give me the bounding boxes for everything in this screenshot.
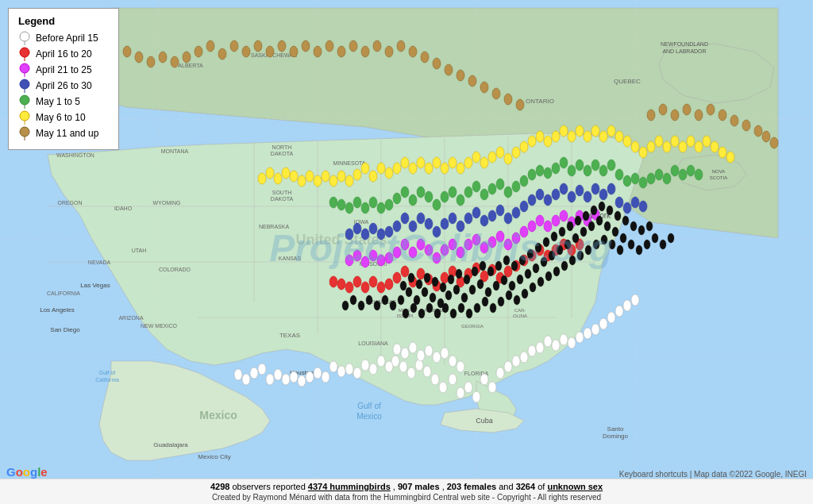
svg-point-384 — [754, 125, 762, 137]
svg-point-342 — [206, 40, 214, 52]
svg-point-80 — [431, 374, 439, 385]
svg-text:NEVADA: NEVADA — [88, 260, 111, 265]
svg-point-456 — [615, 211, 621, 221]
svg-point-474 — [506, 290, 512, 300]
svg-point-433 — [432, 277, 438, 287]
svg-point-178 — [504, 239, 512, 250]
svg-point-76 — [449, 374, 457, 385]
svg-point-497 — [20, 95, 29, 105]
svg-point-445 — [527, 249, 534, 259]
svg-point-387 — [398, 295, 404, 305]
svg-point-453 — [591, 206, 597, 215]
svg-point-154 — [337, 279, 345, 290]
svg-text:IDAHO: IDAHO — [114, 206, 133, 211]
svg-point-413 — [604, 221, 611, 231]
svg-point-485 — [593, 240, 599, 249]
svg-point-230 — [615, 197, 623, 208]
svg-text:Santo: Santo — [607, 425, 624, 433]
svg-text:NOVA: NOVA — [712, 169, 726, 174]
svg-point-282 — [361, 163, 369, 174]
svg-point-310 — [584, 131, 591, 142]
svg-point-167 — [417, 239, 425, 250]
stats-line: 4298 observers reported 4374 hummingbird… — [6, 481, 807, 492]
svg-point-469 — [466, 309, 472, 318]
svg-point-227 — [591, 183, 599, 194]
svg-point-198 — [409, 221, 417, 232]
svg-point-97 — [528, 345, 536, 356]
svg-point-183 — [361, 256, 369, 267]
svg-point-351 — [314, 46, 322, 57]
svg-text:KANSAS: KANSAS — [279, 256, 302, 261]
svg-point-417 — [636, 245, 642, 255]
svg-point-168 — [425, 244, 433, 256]
svg-point-430 — [408, 273, 414, 283]
svg-text:ARIZONA: ARIZONA — [118, 315, 143, 321]
svg-point-73 — [472, 391, 480, 402]
svg-point-461 — [403, 309, 409, 318]
svg-point-312 — [599, 131, 607, 142]
svg-point-418 — [644, 240, 650, 249]
svg-point-343 — [218, 48, 226, 60]
svg-point-365 — [480, 82, 488, 93]
svg-point-391 — [430, 293, 436, 302]
svg-text:Las Vegas: Las Vegas — [80, 282, 110, 289]
svg-point-501 — [20, 127, 29, 137]
svg-point-314 — [615, 131, 623, 142]
svg-point-114 — [599, 318, 607, 329]
svg-point-369 — [183, 52, 191, 63]
svg-point-431 — [416, 279, 422, 289]
svg-point-263 — [560, 157, 568, 168]
svg-point-274 — [647, 173, 655, 184]
svg-point-401 — [509, 281, 515, 290]
svg-point-377 — [671, 110, 679, 121]
svg-point-436 — [456, 269, 462, 279]
svg-point-386 — [770, 137, 778, 148]
svg-point-72 — [464, 382, 472, 393]
svg-point-261 — [544, 167, 552, 179]
svg-point-408 — [564, 240, 571, 249]
svg-point-426 — [358, 301, 364, 310]
svg-point-396 — [469, 285, 476, 294]
legend-item-5: May 6 to 10 — [18, 111, 109, 124]
svg-point-352 — [326, 40, 333, 52]
svg-point-419 — [652, 233, 658, 243]
svg-point-349 — [290, 46, 298, 57]
svg-point-283 — [369, 171, 377, 182]
svg-point-228 — [599, 189, 607, 200]
legend-item-4: May 1 to 5 — [18, 95, 109, 108]
svg-text:WYOMING: WYOMING — [153, 200, 181, 206]
svg-point-422 — [390, 301, 396, 310]
svg-point-135 — [417, 268, 425, 279]
svg-point-353 — [337, 46, 345, 57]
svg-point-355 — [361, 46, 369, 57]
svg-point-104 — [274, 369, 282, 380]
svg-point-459 — [638, 225, 645, 235]
legend-pin-blue — [18, 79, 31, 92]
svg-point-457 — [622, 216, 629, 225]
svg-point-438 — [472, 267, 478, 276]
svg-point-476 — [522, 289, 528, 298]
svg-point-189 — [544, 221, 552, 232]
svg-point-111 — [576, 332, 584, 343]
svg-text:Gulf of: Gulf of — [357, 402, 381, 410]
svg-point-131 — [631, 294, 639, 306]
svg-point-179 — [512, 233, 520, 244]
svg-point-425 — [366, 295, 372, 305]
svg-point-209 — [496, 205, 504, 216]
svg-point-329 — [345, 175, 353, 187]
legend-item-3: April 26 to 30 — [18, 79, 109, 92]
svg-point-259 — [329, 197, 337, 208]
svg-point-89 — [377, 356, 385, 367]
svg-point-277 — [671, 165, 679, 176]
legend-item-2: April 21 to 25 — [18, 63, 109, 76]
svg-text:NEW MEXICO: NEW MEXICO — [141, 323, 177, 329]
svg-point-468 — [458, 303, 464, 313]
svg-point-287 — [401, 157, 409, 168]
svg-point-361 — [433, 58, 441, 69]
svg-point-202 — [441, 218, 449, 229]
svg-point-286 — [393, 163, 401, 174]
svg-point-304 — [536, 131, 544, 142]
svg-point-216 — [353, 223, 361, 234]
svg-point-437 — [464, 275, 470, 284]
svg-point-470 — [474, 303, 480, 313]
